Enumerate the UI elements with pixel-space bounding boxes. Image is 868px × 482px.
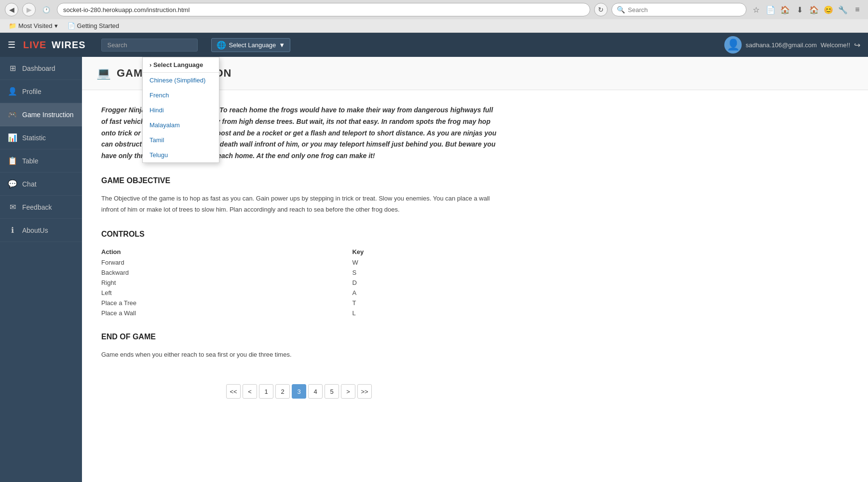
google-translate-icon: 🌐 [217,40,226,50]
home-icon[interactable]: 🏠 [808,4,820,15]
nav-search-input[interactable] [101,39,198,52]
lang-btn-label: Select Language [229,41,276,49]
user-welcome: Welcome!! [821,41,850,49]
browser-search-bar[interactable]: 🔍 [611,3,746,16]
most-visited-label: Most Visited [18,22,53,29]
page-3[interactable]: 3 [292,384,306,399]
user-email: sadhana.106@gmail.com [746,41,817,49]
action-forward: Forward [101,257,159,268]
action-right: Right [101,278,159,288]
forward-button[interactable]: ▶ [22,3,36,16]
table-row: Right D [101,278,497,288]
lang-btn-arrow: ▼ [279,41,285,49]
statistic-icon: 📊 [8,133,17,142]
feedback-icon: ✉ [8,202,17,212]
key-right: D [159,278,497,288]
sidebar-item-game-instruction[interactable]: 🎮 Game Instruction [0,103,82,126]
browser-search-input[interactable] [628,6,741,13]
app-container: ☰ LIVE WIRES 🌐 Select Language ▼ 👤 sadha… [0,33,868,482]
controls-table: Action Key Forward W Backward S [101,246,497,318]
table-row: Backward S [101,268,497,278]
user-menu[interactable]: 👤 sadhana.106@gmail.com Welcome!! ↪ [724,36,860,54]
section-text-end: Game ends when you either reach to sea f… [101,349,497,360]
sidebar-item-profile[interactable]: 👤 Profile [0,80,82,103]
section-end-of-game: END OF GAME Game ends when you either re… [101,333,497,360]
bookmark-page-icon: 📄 [68,22,75,29]
table-row: Forward W [101,257,497,268]
reader-icon[interactable]: 📄 [765,4,776,15]
lang-option-hindi[interactable]: Hindi [143,103,219,118]
download-icon[interactable]: ⬇ [794,4,805,15]
game-instruction-icon: 🎮 [8,110,17,119]
lang-option-telugu[interactable]: Telugu [143,147,219,162]
page-5[interactable]: 5 [325,384,339,399]
section-title-objective: GAME OBJECTIVE [101,176,497,185]
sidebar-item-statistic[interactable]: 📊 Statistic [0,126,82,149]
action-place-wall: Place a Wall [101,308,159,318]
back-button[interactable]: ◀ [5,3,18,16]
emoji-icon[interactable]: 😊 [823,4,834,15]
language-selector-button[interactable]: 🌐 Select Language ▼ [211,38,290,52]
page-4[interactable]: 4 [308,384,323,399]
lang-option-french[interactable]: French [143,88,219,103]
top-nav: ☰ LIVE WIRES 🌐 Select Language ▼ 👤 sadha… [0,33,868,57]
extensions-icon[interactable]: 🔧 [837,4,849,15]
table-icon: 📋 [8,156,17,165]
reload-button[interactable]: ↻ [594,3,608,16]
action-left: Left [101,288,159,298]
url-bar[interactable]: socket-io-280.herokuapp.com/instruction.… [57,3,590,16]
pagination-prev[interactable]: < [243,384,257,399]
pagination: << < 1 2 3 4 5 > >> [101,375,497,408]
search-icon: 🔍 [617,6,625,13]
sidebar-item-chat[interactable]: 💬 Chat [0,173,82,196]
pagination-first[interactable]: << [226,384,241,399]
user-avatar: 👤 [724,36,742,54]
lang-option-malayalam[interactable]: Malayalam [143,118,219,133]
lang-option-chinese[interactable]: Chinese (Simplified) [143,73,219,88]
pagination-next[interactable]: > [341,384,355,399]
page-1[interactable]: 1 [259,384,273,399]
pocket-icon[interactable]: 🏠 [779,4,791,15]
section-controls: CONTROLS Action Key Forward W [101,230,497,318]
table-row: Place a Tree T [101,298,497,308]
app-logo: LIVE WIRES [23,40,86,51]
getting-started-bookmark[interactable]: 📄 Getting Started [64,21,123,30]
browser-action-icons: ☆ 📄 🏠 ⬇ 🏠 😊 🔧 ≡ [750,4,863,15]
history-icon: 🕐 [40,3,53,16]
controls-header-action: Action [101,246,159,257]
action-backward: Backward [101,268,159,278]
sidebar-label-chat: Chat [22,180,37,188]
logo-space [47,40,51,51]
hamburger-menu[interactable]: ☰ [8,40,15,50]
sidebar-label-profile: Profile [22,88,41,95]
table-row: Place a Wall L [101,308,497,318]
sidebar-item-feedback[interactable]: ✉ Feedback [0,196,82,219]
pagination-last[interactable]: >> [357,384,372,399]
profile-icon: 👤 [8,87,17,96]
menu-icon[interactable]: ≡ [852,4,863,15]
dashboard-icon: ⊞ [8,64,17,73]
language-dropdown[interactable]: › Select Language Chinese (Simplified) F… [142,57,219,163]
sidebar-item-table[interactable]: 📋 Table [0,149,82,173]
bookmark-star-icon[interactable]: ☆ [750,4,762,15]
key-place-wall: L [159,308,497,318]
bookmarks-bar: 📁 Most Visited ▾ 📄 Getting Started [0,19,868,33]
lang-option-tamil[interactable]: Tamil [143,133,219,147]
sidebar-item-aboutus[interactable]: ℹ AboutUs [0,219,82,242]
user-logout-icon[interactable]: ↪ [854,40,860,50]
key-left: A [159,288,497,298]
key-forward: W [159,257,497,268]
sidebar-label-statistic: Statistic [22,134,46,142]
most-visited-bookmark[interactable]: 📁 Most Visited ▾ [5,21,62,30]
sidebar-label-dashboard: Dashboard [22,65,55,72]
controls-header-key: Key [159,246,497,257]
getting-started-label: Getting Started [77,22,119,29]
key-place-tree: T [159,298,497,308]
sidebar-label-table: Table [22,157,38,165]
page-2[interactable]: 2 [275,384,290,399]
logo-live: LIVE [23,40,46,51]
sidebar-item-dashboard[interactable]: ⊞ Dashboard [0,57,82,80]
nav-search[interactable] [101,39,198,52]
lang-dropdown-header: › Select Language [143,57,219,73]
chat-icon: 💬 [8,179,17,188]
